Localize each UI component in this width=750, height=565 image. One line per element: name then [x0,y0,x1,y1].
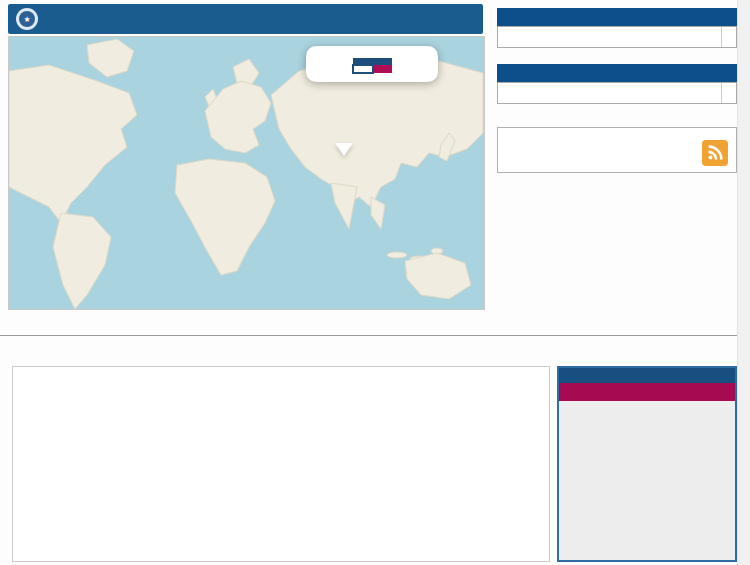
chevron-down-icon[interactable] [721,83,736,103]
popup-pollutant-value [353,65,373,73]
chevron-down-icon[interactable] [721,27,736,47]
dos-seal-icon: ★ [16,8,38,30]
parameter-select[interactable] [497,82,737,104]
scrollbar-track[interactable] [737,0,750,565]
popup-table [352,58,393,74]
health-message [559,401,735,560]
select-parameter-header [497,64,737,82]
app-header: ★ [8,4,483,34]
current-conditions-panel [557,366,737,562]
popup-pointer [335,143,353,156]
select-city-header [497,8,737,26]
chart-panel [12,366,550,562]
bar-chart [13,367,549,561]
city-select[interactable] [497,26,737,48]
tab-bar [0,313,750,336]
aqi-summary [559,383,735,401]
popup-pollutant-header [353,58,373,65]
current-conditions-header [559,368,735,383]
map-popup [306,46,438,82]
popup-aqi-header [373,58,392,65]
rss-icon[interactable] [702,140,728,166]
map[interactable] [8,36,485,310]
feed-box [497,127,737,173]
popup-aqi-value [373,65,392,73]
